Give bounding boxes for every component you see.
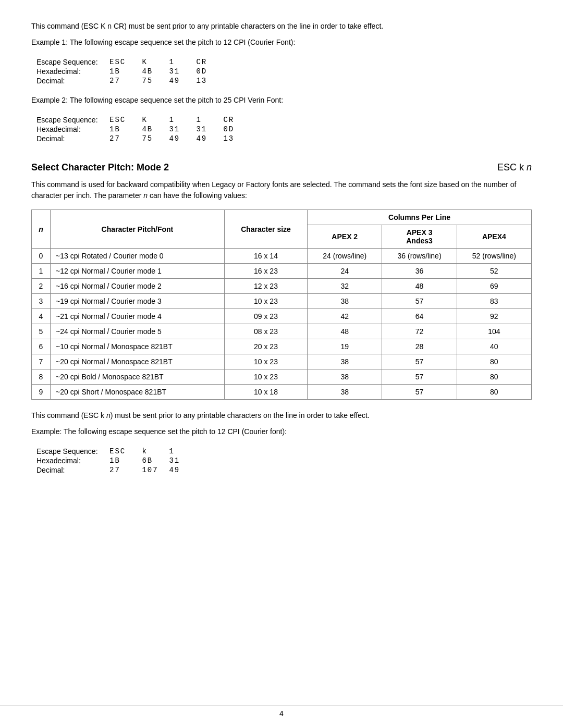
table-row: Decimal: 27 75 49 13 — [36, 76, 216, 85]
footer-escape-table: Escape Sequence: ESC k 1 Hexadecimal: 1B… — [36, 447, 189, 475]
cell-apex2: 38 — [308, 354, 382, 369]
cell-apex2: 32 — [308, 279, 382, 294]
cell-n: 2 — [32, 279, 51, 294]
table-row: Hexadecimal: 1B 4B 31 0D — [36, 67, 216, 76]
footer-escape-block: Escape Sequence: ESC k 1 Hexadecimal: 1B… — [31, 447, 532, 475]
footer-note-line1: This command (ESC k n) must be sent prio… — [31, 410, 532, 421]
cell-pitch: ~12 cpi Normal / Courier mode 1 — [51, 264, 225, 279]
desc-pre: This command is used for backward compat… — [31, 180, 516, 200]
cell-apex4: 80 — [457, 354, 531, 369]
table-row: 0 ~13 cpi Rotated / Courier mode 0 16 x … — [32, 249, 532, 264]
cell-pitch: ~19 cpi Normal / Courier mode 3 — [51, 294, 225, 309]
cell-apex3: 57 — [382, 354, 457, 369]
cell-apex4: 92 — [457, 309, 531, 324]
col-apex3-header: APEX 3 Andes3 — [382, 225, 457, 249]
table-row: Escape Sequence: ESC K 1 CR — [36, 57, 216, 67]
hex-vals: 1B 4B 31 0D — [109, 67, 216, 76]
dec-vals: 27 107 49 — [109, 465, 189, 475]
cell-apex2: 24 — [308, 264, 382, 279]
footer-post: ) must be sent prior to any printable ch… — [111, 411, 370, 419]
cell-apex4: 52 — [457, 264, 531, 279]
intro-line1: This command (ESC K n CR) must be sent p… — [31, 21, 532, 32]
dec-vals: 27 75 49 49 13 — [109, 134, 243, 143]
dec-label: Decimal: — [36, 134, 109, 143]
cell-apex2: 24 (rows/line) — [308, 249, 382, 264]
table-row: Hexadecimal: 1B 4B 31 31 0D — [36, 125, 243, 134]
cell-pitch: ~20 cpi Normal / Monospace 821BT — [51, 354, 225, 369]
cell-apex2: 48 — [308, 324, 382, 339]
page-number: 4 — [279, 709, 284, 718]
cell-n: 9 — [32, 385, 51, 400]
example1-label: Example 1: The following escape sequence… — [31, 37, 532, 48]
cell-n: 0 — [32, 249, 51, 264]
example2-block: Escape Sequence: ESC K 1 1 CR Hexadecima… — [31, 115, 532, 143]
cell-apex3: 57 — [382, 385, 457, 400]
cell-apex3: 57 — [382, 294, 457, 309]
cell-apex4: 52 (rows/line) — [457, 249, 531, 264]
table-row: 3 ~19 cpi Normal / Courier mode 3 10 x 2… — [32, 294, 532, 309]
seq-vals: ESC k 1 — [109, 447, 189, 456]
cell-apex2: 38 — [308, 385, 382, 400]
footer-italic: n — [106, 411, 111, 419]
cell-pitch: ~20 cpi Bold / Monospace 821BT — [51, 369, 225, 385]
table-row: Decimal: 27 75 49 49 13 — [36, 134, 243, 143]
hex-label: Hexadecimal: — [36, 67, 109, 76]
desc-italic: n — [143, 191, 148, 200]
col-apex4-header: APEX4 — [457, 225, 531, 249]
table-row: 7 ~20 cpi Normal / Monospace 821BT 10 x … — [32, 354, 532, 369]
section-description: This command is used for backward compat… — [31, 179, 532, 201]
cell-apex4: 80 — [457, 369, 531, 385]
dec-vals: 27 75 49 13 — [109, 76, 216, 85]
cell-size: 08 x 23 — [224, 324, 307, 339]
cell-pitch: ~24 cpi Normal / Courier mode 5 — [51, 324, 225, 339]
cell-size: 10 x 23 — [224, 369, 307, 385]
character-pitch-table: n Character Pitch/Font Character size Co… — [31, 209, 532, 400]
seq-label: Escape Sequence: — [36, 57, 109, 67]
col-size-header: Character size — [224, 210, 307, 249]
seq-vals: ESC K 1 1 CR — [109, 115, 243, 125]
desc-post: can have the following values: — [148, 191, 247, 200]
cell-apex3: 36 — [382, 264, 457, 279]
cell-apex3: 72 — [382, 324, 457, 339]
cell-size: 10 x 18 — [224, 385, 307, 400]
cell-apex2: 19 — [308, 339, 382, 354]
cell-size: 09 x 23 — [224, 309, 307, 324]
cell-apex4: 80 — [457, 385, 531, 400]
hex-vals: 1B 4B 31 31 0D — [109, 125, 243, 134]
table-row: 5 ~24 cpi Normal / Courier mode 5 08 x 2… — [32, 324, 532, 339]
table-row: 9 ~20 cpi Short / Monospace 821BT 10 x 1… — [32, 385, 532, 400]
footer-pre: This command (ESC k — [31, 411, 106, 419]
cell-apex4: 40 — [457, 339, 531, 354]
cell-n: 5 — [32, 324, 51, 339]
table-row: 2 ~16 cpi Normal / Courier mode 2 12 x 2… — [32, 279, 532, 294]
cell-apex3: 36 (rows/line) — [382, 249, 457, 264]
command-italic: n — [527, 162, 532, 172]
page-footer: 4 — [0, 706, 563, 718]
example1-table: Escape Sequence: ESC K 1 CR Hexadecimal:… — [36, 57, 216, 85]
seq-label: Escape Sequence: — [36, 115, 109, 125]
dec-label: Decimal: — [36, 76, 109, 85]
cell-pitch: ~13 cpi Rotated / Courier mode 0 — [51, 249, 225, 264]
hex-label: Hexadecimal: — [36, 456, 109, 465]
cell-apex4: 83 — [457, 294, 531, 309]
table-header-row: n Character Pitch/Font Character size Co… — [32, 210, 532, 225]
col-columns-header: Columns Per Line — [308, 210, 532, 225]
col-n-header: n — [32, 210, 51, 249]
table-row: 6 ~10 cpi Normal / Monospace 821BT 20 x … — [32, 339, 532, 354]
cell-apex3: 48 — [382, 279, 457, 294]
cell-apex2: 38 — [308, 369, 382, 385]
command-text: ESC k — [497, 162, 527, 172]
cell-size: 16 x 14 — [224, 249, 307, 264]
cell-apex3: 28 — [382, 339, 457, 354]
section-header: Select Character Pitch: Mode 2 ESC k n — [31, 162, 532, 173]
cell-size: 10 x 23 — [224, 294, 307, 309]
dec-label: Decimal: — [36, 465, 109, 475]
cell-size: 12 x 23 — [224, 279, 307, 294]
table-row: Escape Sequence: ESC k 1 — [36, 447, 189, 456]
table-row: Hexadecimal: 1B 6B 31 — [36, 456, 189, 465]
table-row: Escape Sequence: ESC K 1 1 CR — [36, 115, 243, 125]
table-row: 1 ~12 cpi Normal / Courier mode 1 16 x 2… — [32, 264, 532, 279]
example1-block: Escape Sequence: ESC K 1 CR Hexadecimal:… — [31, 57, 532, 85]
col-apex2-header: APEX 2 — [308, 225, 382, 249]
cell-apex3: 57 — [382, 369, 457, 385]
